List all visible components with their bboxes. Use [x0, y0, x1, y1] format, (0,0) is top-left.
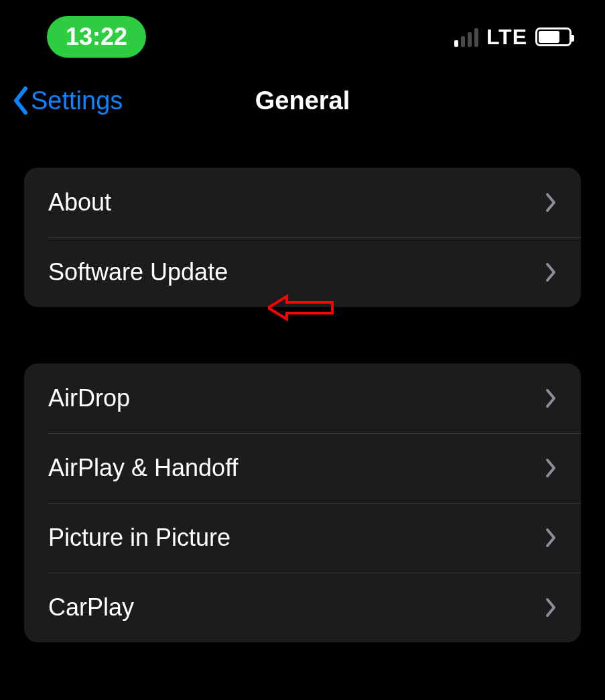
status-right-cluster: LTE [454, 25, 572, 50]
network-type-label: LTE [486, 25, 527, 50]
back-label: Settings [31, 86, 123, 115]
row-airdrop[interactable]: AirDrop [24, 363, 581, 433]
row-label: Software Update [48, 258, 228, 286]
section-connectivity: AirDrop AirPlay & Handoff Picture in Pic… [24, 363, 581, 642]
cellular-signal-icon [454, 27, 478, 47]
status-time-pill[interactable]: 13:22 [47, 16, 146, 58]
battery-icon [535, 27, 572, 46]
chevron-right-icon [545, 388, 557, 408]
row-carplay[interactable]: CarPlay [24, 573, 581, 642]
chevron-right-icon [545, 528, 557, 548]
back-button[interactable]: Settings [12, 86, 123, 115]
row-label: CarPlay [48, 593, 134, 622]
row-picture-in-picture[interactable]: Picture in Picture [24, 503, 581, 573]
status-time: 13:22 [66, 23, 127, 50]
chevron-right-icon [545, 192, 557, 213]
row-label: Picture in Picture [48, 524, 230, 552]
row-software-update[interactable]: Software Update [24, 237, 581, 307]
row-airplay-handoff[interactable]: AirPlay & Handoff [24, 433, 581, 503]
chevron-left-icon [12, 86, 29, 115]
row-about[interactable]: About [24, 168, 581, 237]
chevron-right-icon [545, 597, 557, 618]
settings-content: About Software Update AirDrop AirPla [0, 127, 605, 642]
chevron-right-icon [545, 262, 557, 282]
section-info: About Software Update [24, 168, 581, 307]
row-label: AirPlay & Handoff [48, 454, 238, 482]
row-label: About [48, 188, 111, 217]
row-label: AirDrop [48, 384, 130, 412]
status-bar: 13:22 LTE [0, 0, 605, 74]
nav-bar: Settings General [0, 74, 605, 127]
chevron-right-icon [545, 458, 557, 478]
